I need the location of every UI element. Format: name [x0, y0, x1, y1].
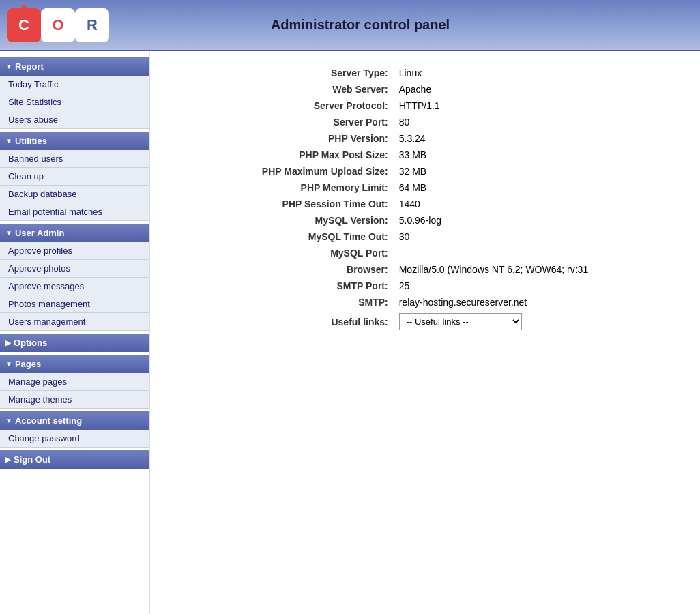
server-info-row: SMTP:relay-hosting.secureserver.net — [257, 294, 594, 310]
sign-out-label: Sign Out — [14, 454, 50, 465]
server-info-value: 5.3.24 — [394, 130, 594, 147]
sidebar-item[interactable]: Email potential matches — [0, 203, 149, 221]
logo-o: O — [41, 8, 75, 42]
sidebar-item[interactable]: Backup database — [0, 186, 149, 203]
server-info-value: 1440 — [394, 196, 594, 212]
sidebar-item[interactable]: Site Statistics — [0, 93, 149, 111]
server-info-value: Linux — [394, 65, 594, 81]
server-info-row: PHP Session Time Out:1440 — [257, 196, 594, 212]
server-info-row: MySQL Version:5.0.96-log — [257, 212, 594, 229]
server-info-value: HTTP/1.1 — [394, 98, 594, 114]
server-info-label: PHP Session Time Out: — [257, 196, 394, 212]
sidebar-item[interactable]: Approve profiles — [0, 242, 149, 260]
sidebar-item[interactable]: Today Traffic — [0, 76, 149, 93]
server-info-label: Server Type: — [257, 65, 394, 81]
server-info-label: PHP Maximum Upload Size: — [257, 163, 394, 179]
server-info-table: Server Type:LinuxWeb Server:ApacheServer… — [257, 65, 594, 333]
server-info-value: Mozilla/5.0 (Windows NT 6.2; WOW64; rv:3… — [394, 261, 594, 278]
account-label: Account setting — [15, 415, 82, 426]
header: ♥ C O R Administrator control panel — [0, 0, 700, 51]
server-info-label: Server Port: — [257, 114, 394, 130]
sidebar-section-pages[interactable]: ▼ Pages — [0, 355, 149, 373]
server-info-value: 5.0.96-log — [394, 212, 594, 229]
server-info-row: PHP Memory Limit:64 MB — [257, 179, 594, 196]
user-admin-arrow: ▼ — [5, 229, 12, 237]
logo: ♥ C O R — [7, 8, 109, 42]
server-info-value: relay-hosting.secureserver.net — [394, 294, 594, 310]
options-label: Options — [14, 338, 47, 348]
server-info-row: Server Port:80 — [257, 114, 594, 130]
main-content: Server Type:LinuxWeb Server:ApacheServer… — [150, 51, 700, 614]
sidebar: ▼ Report Today Traffic Site Statistics U… — [0, 51, 150, 614]
server-info-label: Server Protocol: — [257, 98, 394, 114]
sidebar-item[interactable]: Users management — [0, 313, 149, 331]
account-arrow: ▼ — [5, 417, 12, 424]
sidebar-section-account-setting[interactable]: ▼ Account setting — [0, 411, 149, 430]
sidebar-section-report[interactable]: ▼ Report — [0, 57, 149, 76]
sidebar-item[interactable]: Banned users — [0, 150, 149, 168]
sidebar-section-sign-out[interactable]: ▶ Sign Out — [0, 450, 149, 469]
sidebar-item[interactable]: Manage themes — [0, 391, 149, 409]
server-info-row: PHP Max Post Size:33 MB — [257, 147, 594, 163]
utilities-arrow: ▼ — [5, 137, 12, 145]
server-info-row: PHP Maximum Upload Size:32 MB — [257, 163, 594, 179]
sign-out-arrow: ▶ — [5, 456, 11, 463]
server-info-label: SMTP: — [257, 294, 394, 310]
useful-links-select[interactable]: -- Useful links -- — [399, 313, 522, 330]
server-info-value: 30 — [394, 229, 594, 245]
layout: ▼ Report Today Traffic Site Statistics U… — [0, 51, 700, 614]
server-info-value — [394, 245, 594, 261]
server-info-row: Browser:Mozilla/5.0 (Windows NT 6.2; WOW… — [257, 261, 594, 278]
sidebar-item[interactable]: Change password — [0, 430, 149, 448]
server-info-row: Server Type:Linux — [257, 65, 594, 81]
server-info-value: 80 — [394, 114, 594, 130]
server-info-row: MySQL Port: — [257, 245, 594, 261]
logo-r: R — [75, 8, 109, 42]
server-info-row: SMTP Port:25 — [257, 278, 594, 294]
server-info-label: SMTP Port: — [257, 278, 394, 294]
sidebar-item[interactable]: Approve photos — [0, 260, 149, 278]
sidebar-item[interactable]: Manage pages — [0, 373, 149, 391]
server-info-value: 64 MB — [394, 179, 594, 196]
server-info-row: PHP Version:5.3.24 — [257, 130, 594, 147]
server-info-label: MySQL Version: — [257, 212, 394, 229]
sidebar-item[interactable]: Photos management — [0, 295, 149, 313]
sidebar-item[interactable]: Clean up — [0, 168, 149, 186]
server-info-row: MySQL Time Out:30 — [257, 229, 594, 245]
server-info-label: PHP Version: — [257, 130, 394, 147]
server-info-value: 33 MB — [394, 147, 594, 163]
server-info-value: Apache — [394, 81, 594, 98]
pages-arrow: ▼ — [5, 360, 12, 368]
server-info-label: PHP Memory Limit: — [257, 179, 394, 196]
server-info-label: MySQL Port: — [257, 245, 394, 261]
sidebar-item[interactable]: Approve messages — [0, 278, 149, 295]
options-arrow: ▶ — [5, 339, 11, 347]
pages-label: Pages — [15, 359, 41, 369]
header-title: Administrator control panel — [109, 17, 611, 33]
sidebar-item[interactable]: Users abuse — [0, 111, 149, 129]
server-info-row: Server Protocol:HTTP/1.1 — [257, 98, 594, 114]
utilities-label: Utilities — [15, 136, 47, 146]
server-info-label: Useful links: — [257, 310, 394, 333]
server-info-label: PHP Max Post Size: — [257, 147, 394, 163]
logo-heart: ♥ — [21, 1, 27, 12]
report-label: Report — [15, 61, 44, 72]
report-arrow: ▼ — [5, 63, 12, 70]
server-info-label: MySQL Time Out: — [257, 229, 394, 245]
logo-c: ♥ C — [7, 8, 41, 42]
server-info-label: Web Server: — [257, 81, 394, 98]
server-info-value: -- Useful links -- — [394, 310, 594, 333]
sidebar-section-user-admin[interactable]: ▼ User Admin — [0, 224, 149, 242]
sidebar-section-options[interactable]: ▶ Options — [0, 334, 149, 352]
sidebar-section-utilities[interactable]: ▼ Utilities — [0, 132, 149, 150]
server-info-label: Browser: — [257, 261, 394, 278]
server-info-value: 32 MB — [394, 163, 594, 179]
server-info-row: Useful links:-- Useful links -- — [257, 310, 594, 333]
user-admin-label: User Admin — [15, 228, 64, 238]
server-info-row: Web Server:Apache — [257, 81, 594, 98]
server-info-value: 25 — [394, 278, 594, 294]
